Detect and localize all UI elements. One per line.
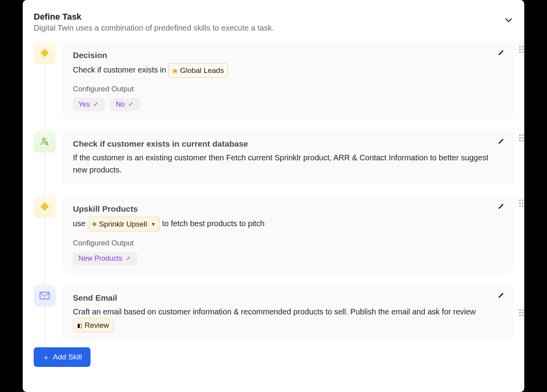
email-icon bbox=[40, 292, 50, 299]
pencil-icon bbox=[498, 49, 505, 56]
desc-text: use bbox=[73, 219, 88, 228]
step-icon bbox=[34, 131, 56, 152]
edit-chip-icon bbox=[125, 254, 132, 263]
entity-pill-review[interactable]: ◧ Review bbox=[73, 318, 113, 332]
drag-handle[interactable] bbox=[519, 200, 523, 207]
chevron-down-icon bbox=[504, 16, 513, 25]
task-timeline: Decision Check if customer exists in ▣ G… bbox=[34, 42, 513, 367]
add-skill-button[interactable]: ＋ Add Skill bbox=[34, 347, 91, 367]
pencil-icon bbox=[498, 138, 505, 145]
step-card: Send Email Craft an email based on custo… bbox=[63, 285, 513, 341]
tool-icon: ✥ bbox=[92, 221, 97, 227]
chip-label: New Products bbox=[78, 254, 122, 263]
skill-step-check-customer: Check if customer exists in current data… bbox=[34, 131, 513, 185]
step-card: Decision Check if customer exists in ▣ G… bbox=[63, 42, 513, 120]
edit-step-button[interactable] bbox=[498, 49, 505, 58]
edit-chip-icon bbox=[93, 100, 99, 109]
drag-handle[interactable] bbox=[519, 309, 523, 316]
output-chip-yes[interactable]: Yes bbox=[73, 98, 105, 111]
desc-text: to fetch best products to pitch bbox=[162, 219, 264, 228]
header-text: Define Task Digital Twin uses a combinat… bbox=[34, 12, 274, 33]
step-title: Upskill Products bbox=[73, 204, 503, 214]
panel-header: Define Task Digital Twin uses a combinat… bbox=[34, 12, 513, 33]
caret-down-icon: ▼ bbox=[151, 221, 156, 228]
pill-label: Sprinklr Upsell bbox=[99, 218, 147, 230]
pill-label: Review bbox=[85, 319, 109, 331]
step-description: Craft an email based on customer informa… bbox=[73, 306, 503, 332]
svg-rect-3 bbox=[40, 292, 49, 299]
edit-step-button[interactable] bbox=[498, 292, 505, 300]
pencil-icon bbox=[498, 203, 505, 210]
diamond-icon bbox=[40, 48, 50, 58]
pencil-icon bbox=[498, 292, 505, 299]
output-chip-no[interactable]: No bbox=[110, 98, 139, 111]
review-icon: ◧ bbox=[77, 323, 82, 328]
svg-point-0 bbox=[43, 138, 45, 141]
step-title: Decision bbox=[73, 51, 503, 60]
diamond-icon bbox=[40, 201, 50, 212]
step-card: Check if customer exists in current data… bbox=[63, 131, 513, 185]
step-title: Send Email bbox=[73, 293, 503, 303]
step-icon bbox=[34, 196, 56, 218]
collapse-toggle[interactable] bbox=[504, 16, 513, 27]
entity-pill-sprinklr-upsell[interactable]: ✥ Sprinklr Upsell ▼ bbox=[88, 217, 160, 231]
step-icon bbox=[34, 42, 56, 64]
output-chips: Yes No bbox=[73, 98, 503, 111]
step-icon bbox=[34, 285, 56, 307]
edit-step-button[interactable] bbox=[498, 203, 505, 211]
output-chip-new-products[interactable]: New Products bbox=[73, 252, 137, 265]
desc-text: Check if customer exists in bbox=[73, 65, 168, 74]
add-skill-label: Add Skill bbox=[53, 353, 82, 361]
step-title: Check if customer exists in current data… bbox=[73, 139, 503, 149]
pill-label: Global Leads bbox=[180, 65, 224, 76]
desc-text: Craft an email based on customer informa… bbox=[73, 307, 476, 316]
configured-output-label: Configured Output bbox=[73, 239, 503, 247]
plus-icon: ＋ bbox=[42, 354, 50, 360]
svg-line-2 bbox=[47, 144, 48, 145]
step-description: Check if customer exists in ▣ Global Lea… bbox=[73, 63, 503, 78]
skill-step-upskill-products: Upskill Products use ✥ Sprinklr Upsell ▼… bbox=[34, 196, 513, 273]
skill-step-decision: Decision Check if customer exists in ▣ G… bbox=[34, 42, 513, 120]
configured-output-label: Configured Output bbox=[73, 85, 503, 93]
skill-step-send-email: Send Email Craft an email based on custo… bbox=[34, 285, 513, 341]
page-subtitle: Digital Twin uses a combination of prede… bbox=[34, 24, 274, 33]
entity-pill-global-leads[interactable]: ▣ Global Leads bbox=[168, 63, 228, 78]
user-search-icon bbox=[40, 137, 49, 146]
step-card: Upskill Products use ✥ Sprinklr Upsell ▼… bbox=[63, 196, 513, 273]
step-description: use ✥ Sprinklr Upsell ▼ to fetch best pr… bbox=[73, 217, 503, 231]
drag-handle[interactable] bbox=[519, 46, 523, 53]
output-chips: New Products bbox=[73, 252, 503, 265]
step-description: If the customer is an existing customer … bbox=[73, 152, 503, 176]
page-title: Define Task bbox=[34, 12, 274, 22]
define-task-panel: Define Task Digital Twin uses a combinat… bbox=[23, 0, 524, 392]
chip-label: No bbox=[116, 100, 125, 109]
drag-handle[interactable] bbox=[519, 134, 523, 142]
edit-step-button[interactable] bbox=[498, 138, 505, 146]
edit-chip-icon bbox=[128, 100, 134, 109]
chat-icon: ▣ bbox=[172, 68, 178, 73]
chip-label: Yes bbox=[78, 100, 90, 109]
